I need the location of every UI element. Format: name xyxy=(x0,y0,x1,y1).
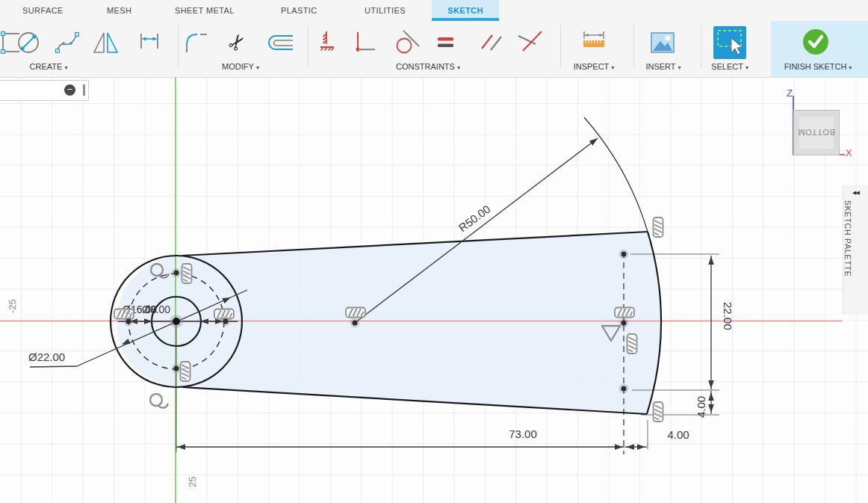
toolbar-separator xyxy=(178,25,179,67)
sketch-geometry: R50.00 Ø22.00 Ø16.00 Ø8.00 22.00 xyxy=(0,77,868,503)
fillet-icon[interactable] xyxy=(180,25,213,60)
vertical-horizontal-constraint-icon[interactable] xyxy=(347,25,380,60)
sketch-canvas[interactable]: R50.00 Ø22.00 Ø16.00 Ø8.00 22.00 xyxy=(0,77,868,503)
toolbar-separator xyxy=(560,25,561,67)
browser-header-collapsed[interactable]: − xyxy=(0,80,89,101)
create-dropdown[interactable]: CREATE▾ xyxy=(30,62,68,71)
svg-text:22.00: 22.00 xyxy=(722,302,734,330)
mirror-icon[interactable] xyxy=(90,25,123,60)
axis-label-25: 25 xyxy=(187,477,198,487)
tab-surface[interactable]: SURFACE xyxy=(18,0,68,21)
browser-resize-handle[interactable] xyxy=(83,84,85,96)
dimension-73[interactable]: 73.00 xyxy=(176,428,624,450)
viewcube[interactable]: BOTTOM xyxy=(793,110,840,155)
modify-dropdown[interactable]: MODIFY▾ xyxy=(222,62,259,71)
toolbar-separator xyxy=(633,25,634,67)
fixed-constraint-icon[interactable] xyxy=(310,25,343,60)
chevron-down-icon: ▾ xyxy=(457,64,460,71)
chevron-down-icon: ▾ xyxy=(745,64,748,71)
tab-utilities[interactable]: UTILITIES xyxy=(360,0,410,21)
insert-image-icon[interactable] xyxy=(646,25,679,60)
collapse-minus-icon[interactable]: − xyxy=(64,84,75,96)
constraints-dropdown[interactable]: CONSTRAINTS▾ xyxy=(396,62,460,71)
tab-mesh[interactable]: MESH xyxy=(102,0,136,21)
trim-scissors-icon[interactable]: ✂ xyxy=(221,25,254,60)
finish-sketch-check-icon[interactable] xyxy=(799,25,832,60)
svg-text:4.00: 4.00 xyxy=(667,428,689,441)
svg-text:73.00: 73.00 xyxy=(509,428,537,440)
fusion360-sketch-window: { "caret": "▾", "tabs": [ {"label": "SUR… xyxy=(0,0,868,503)
chevron-down-icon: ▾ xyxy=(64,64,67,71)
svg-text:R50.00: R50.00 xyxy=(456,203,493,235)
collinear-constraint-icon[interactable] xyxy=(514,25,547,60)
viewcube-x-label: X xyxy=(846,147,852,158)
ribbon-toolbar: SURFACE MESH SHEET METAL PLASTIC UTILITI… xyxy=(0,0,868,78)
chevron-down-icon: ▾ xyxy=(256,64,259,71)
dimension-4-vertical[interactable]: 4.00 xyxy=(695,391,714,418)
inspect-dropdown[interactable]: INSPECT▾ xyxy=(574,62,615,71)
viewcube-z-label: Z xyxy=(787,87,793,99)
offset-icon[interactable] xyxy=(263,25,296,60)
sketch-palette-label: SKETCH PALETTE xyxy=(843,200,852,277)
toolbar-separator xyxy=(701,25,701,67)
tab-sheet-metal[interactable]: SHEET METAL xyxy=(170,0,239,21)
svg-text:4.00: 4.00 xyxy=(695,396,707,418)
insert-dropdown[interactable]: INSERT▾ xyxy=(645,62,681,71)
spline-icon[interactable] xyxy=(51,25,84,60)
circle-diameter-icon[interactable] xyxy=(12,25,45,60)
measure-icon[interactable] xyxy=(577,25,610,60)
finish-sketch-dropdown[interactable]: FINISH SKETCH▾ xyxy=(784,62,852,71)
axis-label-neg25: -25 xyxy=(7,299,18,313)
svg-text:Ø8.00: Ø8.00 xyxy=(142,303,170,315)
chevron-down-icon: ▾ xyxy=(611,64,614,71)
expand-left-icon[interactable]: ◀◀ xyxy=(843,190,868,196)
tab-plastic[interactable]: PLASTIC xyxy=(276,0,322,21)
sketch-dimension-icon[interactable] xyxy=(133,25,166,60)
dimension-4-horizontal[interactable]: 4.00 xyxy=(624,428,689,450)
select-dropdown[interactable]: SELECT▾ xyxy=(711,62,748,71)
equal-constraint-icon[interactable] xyxy=(429,25,462,60)
toolbar-separator xyxy=(308,25,309,67)
dimension-22[interactable]: 22.00 xyxy=(708,256,734,389)
chevron-down-icon: ▾ xyxy=(678,64,681,71)
sketch-palette-tab[interactable]: ◀◀ SKETCH PALETTE xyxy=(843,185,868,315)
parallel-constraint-icon[interactable] xyxy=(475,25,508,60)
tab-sketch[interactable]: SKETCH xyxy=(432,0,499,21)
tangent-constraint-icon[interactable] xyxy=(391,25,424,60)
svg-text:Ø22.00: Ø22.00 xyxy=(28,351,65,363)
chevron-down-icon: ▾ xyxy=(849,64,852,71)
select-cursor-icon[interactable] xyxy=(713,25,746,60)
viewcube-face-label[interactable]: BOTTOM xyxy=(799,117,834,149)
